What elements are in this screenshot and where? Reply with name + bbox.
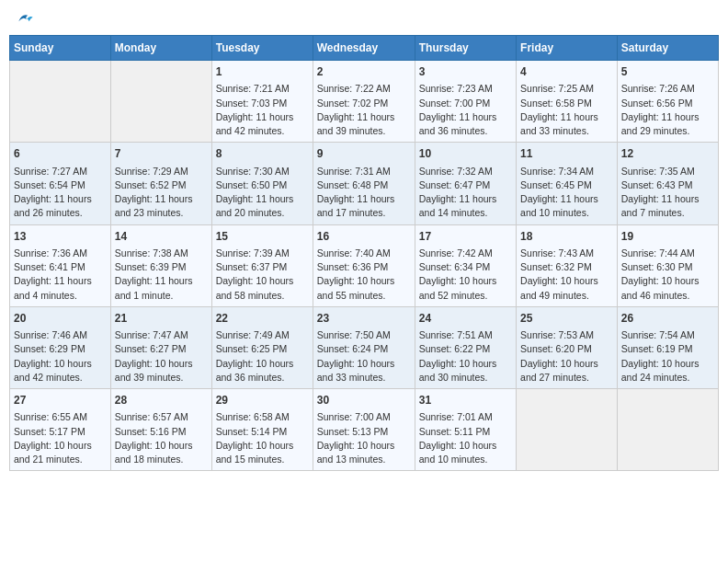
day-number: 6 xyxy=(14,146,107,162)
day-number: 24 xyxy=(419,311,512,327)
day-number: 31 xyxy=(419,393,512,408)
calendar-cell: 13Sunrise: 7:36 AMSunset: 6:41 PMDayligh… xyxy=(10,224,111,306)
weekday-header-sunday: Sunday xyxy=(10,36,111,61)
weekday-header-friday: Friday xyxy=(517,36,618,61)
cell-content: Sunrise: 7:22 AMSunset: 7:02 PMDaylight:… xyxy=(317,82,411,138)
calendar-cell: 21Sunrise: 7:47 AMSunset: 6:27 PMDayligh… xyxy=(110,306,211,388)
calendar-cell: 10Sunrise: 7:32 AMSunset: 6:47 PMDayligh… xyxy=(415,143,516,224)
day-number: 5 xyxy=(621,64,714,80)
weekday-header-saturday: Saturday xyxy=(617,36,718,61)
cell-content: Sunrise: 7:36 AMSunset: 6:41 PMDaylight:… xyxy=(14,247,107,303)
day-number: 11 xyxy=(520,146,613,162)
calendar-week-3: 13Sunrise: 7:36 AMSunset: 6:41 PMDayligh… xyxy=(10,224,719,306)
day-number: 2 xyxy=(317,64,411,80)
cell-content: Sunrise: 7:51 AMSunset: 6:22 PMDaylight:… xyxy=(419,328,512,385)
cell-content: Sunrise: 7:32 AMSunset: 6:47 PMDaylight:… xyxy=(419,165,512,221)
cell-content: Sunrise: 6:58 AMSunset: 5:14 PMDaylight:… xyxy=(216,410,309,466)
cell-content: Sunrise: 7:00 AMSunset: 5:13 PMDaylight:… xyxy=(317,410,411,466)
cell-content: Sunrise: 7:39 AMSunset: 6:37 PMDaylight:… xyxy=(216,247,309,303)
cell-content: Sunrise: 7:50 AMSunset: 6:24 PMDaylight:… xyxy=(317,328,411,385)
weekday-header-tuesday: Tuesday xyxy=(211,36,313,61)
cell-content: Sunrise: 7:29 AMSunset: 6:52 PMDaylight:… xyxy=(115,165,208,221)
day-number: 15 xyxy=(216,229,309,245)
day-number: 10 xyxy=(419,146,512,162)
day-number: 28 xyxy=(115,393,208,408)
calendar-cell: 4Sunrise: 7:25 AMSunset: 6:58 PMDaylight… xyxy=(517,61,618,143)
calendar-cell: 11Sunrise: 7:34 AMSunset: 6:45 PMDayligh… xyxy=(517,143,618,224)
calendar-cell: 23Sunrise: 7:50 AMSunset: 6:24 PMDayligh… xyxy=(313,306,415,388)
day-number: 7 xyxy=(115,146,208,162)
calendar-cell: 5Sunrise: 7:26 AMSunset: 6:56 PMDaylight… xyxy=(617,61,718,143)
day-number: 20 xyxy=(14,311,107,327)
cell-content: Sunrise: 7:31 AMSunset: 6:48 PMDaylight:… xyxy=(317,165,411,221)
cell-content: Sunrise: 7:27 AMSunset: 6:54 PMDaylight:… xyxy=(14,165,107,221)
weekday-header-monday: Monday xyxy=(110,36,211,61)
calendar-cell: 28Sunrise: 6:57 AMSunset: 5:16 PMDayligh… xyxy=(110,389,211,471)
cell-content: Sunrise: 7:44 AMSunset: 6:30 PMDaylight:… xyxy=(621,247,714,303)
calendar-cell: 6Sunrise: 7:27 AMSunset: 6:54 PMDaylight… xyxy=(10,143,111,224)
calendar-cell: 8Sunrise: 7:30 AMSunset: 6:50 PMDaylight… xyxy=(211,143,313,224)
day-number: 3 xyxy=(419,64,512,80)
cell-content: Sunrise: 6:57 AMSunset: 5:16 PMDaylight:… xyxy=(115,410,208,466)
cell-content: Sunrise: 7:35 AMSunset: 6:43 PMDaylight:… xyxy=(621,165,714,221)
day-number: 22 xyxy=(216,311,309,327)
calendar-cell xyxy=(617,389,718,471)
day-number: 16 xyxy=(317,229,411,245)
calendar-cell: 29Sunrise: 6:58 AMSunset: 5:14 PMDayligh… xyxy=(211,389,313,471)
cell-content: Sunrise: 7:43 AMSunset: 6:32 PMDaylight:… xyxy=(520,247,613,303)
cell-content: Sunrise: 7:25 AMSunset: 6:58 PMDaylight:… xyxy=(520,82,613,138)
calendar-cell: 30Sunrise: 7:00 AMSunset: 5:13 PMDayligh… xyxy=(313,389,415,471)
logo xyxy=(14,9,34,28)
day-number: 25 xyxy=(520,311,613,327)
page-header xyxy=(9,9,719,28)
day-number: 14 xyxy=(115,229,208,245)
cell-content: Sunrise: 7:53 AMSunset: 6:20 PMDaylight:… xyxy=(520,328,613,385)
cell-content: Sunrise: 7:40 AMSunset: 6:36 PMDaylight:… xyxy=(317,247,411,303)
day-number: 21 xyxy=(115,311,208,327)
calendar-cell: 22Sunrise: 7:49 AMSunset: 6:25 PMDayligh… xyxy=(211,306,313,388)
day-number: 30 xyxy=(317,393,411,408)
weekday-header-thursday: Thursday xyxy=(415,36,516,61)
calendar-cell: 7Sunrise: 7:29 AMSunset: 6:52 PMDaylight… xyxy=(110,143,211,224)
cell-content: Sunrise: 7:46 AMSunset: 6:29 PMDaylight:… xyxy=(14,328,107,385)
day-number: 17 xyxy=(419,229,512,245)
calendar-cell: 26Sunrise: 7:54 AMSunset: 6:19 PMDayligh… xyxy=(617,306,718,388)
calendar-cell: 19Sunrise: 7:44 AMSunset: 6:30 PMDayligh… xyxy=(617,224,718,306)
cell-content: Sunrise: 7:42 AMSunset: 6:34 PMDaylight:… xyxy=(419,247,512,303)
calendar-table: SundayMondayTuesdayWednesdayThursdayFrid… xyxy=(9,35,719,471)
weekday-header-wednesday: Wednesday xyxy=(313,36,415,61)
cell-content: Sunrise: 7:38 AMSunset: 6:39 PMDaylight:… xyxy=(115,247,208,303)
cell-content: Sunrise: 6:55 AMSunset: 5:17 PMDaylight:… xyxy=(14,410,107,466)
day-number: 9 xyxy=(317,146,411,162)
calendar-week-2: 6Sunrise: 7:27 AMSunset: 6:54 PMDaylight… xyxy=(10,143,719,224)
cell-content: Sunrise: 7:47 AMSunset: 6:27 PMDaylight:… xyxy=(115,328,208,385)
calendar-week-4: 20Sunrise: 7:46 AMSunset: 6:29 PMDayligh… xyxy=(10,306,719,388)
calendar-cell: 31Sunrise: 7:01 AMSunset: 5:11 PMDayligh… xyxy=(415,389,516,471)
calendar-cell xyxy=(110,61,211,143)
logo-bird-icon xyxy=(16,9,34,28)
calendar-cell: 24Sunrise: 7:51 AMSunset: 6:22 PMDayligh… xyxy=(415,306,516,388)
calendar-cell: 2Sunrise: 7:22 AMSunset: 7:02 PMDaylight… xyxy=(313,61,415,143)
calendar-cell: 17Sunrise: 7:42 AMSunset: 6:34 PMDayligh… xyxy=(415,224,516,306)
calendar-cell: 16Sunrise: 7:40 AMSunset: 6:36 PMDayligh… xyxy=(313,224,415,306)
cell-content: Sunrise: 7:30 AMSunset: 6:50 PMDaylight:… xyxy=(216,165,309,221)
day-number: 13 xyxy=(14,229,107,245)
day-number: 27 xyxy=(14,393,107,408)
cell-content: Sunrise: 7:23 AMSunset: 7:00 PMDaylight:… xyxy=(419,82,512,138)
day-number: 18 xyxy=(520,229,613,245)
calendar-cell: 25Sunrise: 7:53 AMSunset: 6:20 PMDayligh… xyxy=(517,306,618,388)
calendar-cell: 14Sunrise: 7:38 AMSunset: 6:39 PMDayligh… xyxy=(110,224,211,306)
calendar-week-5: 27Sunrise: 6:55 AMSunset: 5:17 PMDayligh… xyxy=(10,389,719,471)
calendar-cell xyxy=(10,61,111,143)
day-number: 4 xyxy=(520,64,613,80)
cell-content: Sunrise: 7:26 AMSunset: 6:56 PMDaylight:… xyxy=(621,82,714,138)
calendar-cell: 9Sunrise: 7:31 AMSunset: 6:48 PMDaylight… xyxy=(313,143,415,224)
calendar-cell: 12Sunrise: 7:35 AMSunset: 6:43 PMDayligh… xyxy=(617,143,718,224)
day-number: 19 xyxy=(621,229,714,245)
calendar-cell: 20Sunrise: 7:46 AMSunset: 6:29 PMDayligh… xyxy=(10,306,111,388)
calendar-cell: 27Sunrise: 6:55 AMSunset: 5:17 PMDayligh… xyxy=(10,389,111,471)
calendar-cell: 1Sunrise: 7:21 AMSunset: 7:03 PMDaylight… xyxy=(211,61,313,143)
day-number: 23 xyxy=(317,311,411,327)
day-number: 1 xyxy=(216,64,309,80)
day-number: 26 xyxy=(621,311,714,327)
